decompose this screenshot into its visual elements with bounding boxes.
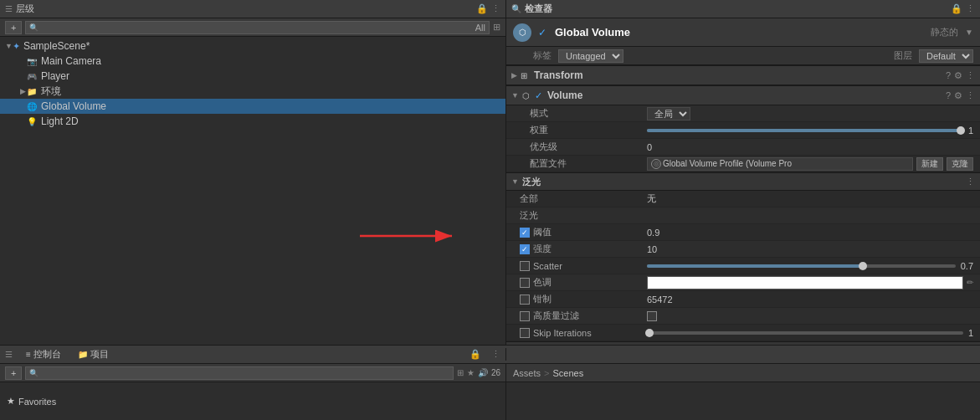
transform-actions: ? ⚙ ⋮ (946, 70, 975, 81)
add-button[interactable]: + (5, 21, 22, 34)
inspector-tab-icon: 🔍 (511, 4, 521, 13)
clamp-row: 钳制 65472 (506, 291, 980, 308)
tree-item-player[interactable]: ▶ 🎮 Player (0, 69, 505, 84)
assets-filter3[interactable]: 🔊 (478, 368, 488, 377)
hierarchy-title: 层级 (16, 3, 34, 15)
tint-edit-icon[interactable]: ✏ (967, 278, 973, 287)
skip-iterations-slider-container: 1 (647, 328, 973, 338)
profile-label: 配置文件 (513, 157, 647, 170)
assets-filter2[interactable]: ★ (467, 368, 475, 377)
assets-filter1[interactable]: ⊞ (457, 368, 464, 377)
profile-row: 配置文件 ◎ Global Volume Profile (Volume Pro… (506, 156, 980, 172)
volume-comp-expand[interactable]: ▼ (511, 91, 519, 100)
intensity-checkbox[interactable]: ✓ (520, 244, 530, 254)
volume-more[interactable]: ⋮ (966, 90, 975, 101)
mode-dropdown[interactable]: 全局 (647, 107, 690, 120)
tree-item-main-camera[interactable]: ▶ 📷 Main Camera (0, 54, 505, 69)
skip-iterations-value: 1 (968, 328, 973, 338)
layers-icon: ☰ (5, 4, 13, 13)
transform-help[interactable]: ? (946, 70, 951, 81)
bloom-expand[interactable]: ▼ (511, 177, 519, 186)
skip-iterations-slider-thumb (645, 329, 654, 337)
weight-slider-thumb (957, 126, 965, 135)
breadcrumb-assets[interactable]: Assets (513, 368, 541, 378)
breadcrumb-bar: Assets > Scenes (506, 364, 980, 382)
bottom-lock-icon[interactable]: 🔒 (469, 349, 481, 360)
tint-color-swatch[interactable] (647, 276, 963, 289)
bottom-left-tabs: ☰ ≡ 控制台 📁 项目 🔒 ⋮ (0, 348, 506, 361)
volume-settings[interactable]: ⚙ (954, 90, 962, 101)
priority-value: 0 (647, 142, 973, 152)
breadcrumb-scenes[interactable]: Scenes (552, 368, 583, 378)
transform-title: Transform (534, 69, 942, 81)
assets-right-panel: Assets > Scenes (506, 364, 980, 420)
transform-component-header: ▶ ⊞ Transform ? ⚙ ⋮ (506, 65, 980, 85)
transform-settings[interactable]: ⚙ (954, 70, 962, 81)
skip-iterations-label: Skip Iterations (533, 328, 592, 338)
transform-more[interactable]: ⋮ (966, 70, 975, 81)
env-expand[interactable]: ▶ (20, 87, 26, 95)
static-dropdown-icon[interactable]: ▼ (965, 28, 973, 37)
assets-add-button[interactable]: + (5, 366, 22, 380)
weight-slider-container: 1 (647, 125, 973, 136)
volume-component-header: ▼ ⬡ ✓ Volume ? ⚙ ⋮ (506, 85, 980, 105)
scatter-checkbox[interactable] (520, 261, 530, 271)
tint-row: 色调 ✏ (506, 274, 980, 291)
hq-filter-checkbox[interactable] (520, 311, 530, 321)
tree-item-environment[interactable]: ▶ 📁 环境 (0, 84, 505, 99)
tint-value: ✏ (647, 276, 973, 289)
breadcrumb-sep: > (544, 368, 549, 378)
tint-checkbox[interactable] (520, 278, 530, 288)
lock-icon[interactable]: 🔒 (476, 3, 488, 14)
skip-iterations-slider[interactable] (647, 331, 963, 335)
inspector-more-icon[interactable]: ⋮ (966, 3, 975, 14)
scatter-slider[interactable] (647, 264, 956, 268)
clamp-value: 65472 (647, 295, 973, 305)
profile-text: Global Volume Profile (Volume Pro (663, 159, 792, 168)
scene-root[interactable]: ▼ ✦ Global Volume SampleScene* (0, 38, 505, 54)
light-label: Light 2D (41, 115, 79, 127)
hq-filter-inner-checkbox[interactable] (647, 311, 657, 321)
hierarchy-content: ▼ ✦ Global Volume SampleScene* ▶ 📷 Main … (0, 37, 505, 345)
tint-label: 色调 (533, 276, 552, 289)
console-tab[interactable]: ≡ 控制台 (23, 348, 64, 361)
bloom-all-value: 无 (647, 192, 973, 205)
skip-iterations-checkbox[interactable] (520, 328, 530, 338)
scene-expand[interactable]: ▼ (5, 42, 13, 50)
tag-dropdown[interactable]: Untagged (558, 49, 623, 63)
tag-label: 标签 (533, 49, 552, 62)
tree-item-global-volume[interactable]: ▶ 🌐 Global Volume (0, 99, 505, 114)
more-icon[interactable]: ⋮ (491, 3, 500, 14)
intensity-label: 强度 (533, 243, 552, 255)
hierarchy-toolbar: + 🔍 All ⊞ (0, 18, 505, 37)
priority-label: 优先级 (513, 141, 647, 153)
red-arrow-indicator (360, 224, 469, 248)
project-tab[interactable]: 📁 项目 (74, 348, 112, 361)
inspector-lock-icon[interactable]: 🔒 (951, 3, 962, 14)
bottom-more-icon[interactable]: ⋮ (491, 349, 500, 360)
light-icon: 💡 (26, 115, 38, 127)
bottom-tab-icon: ☰ (5, 350, 13, 359)
weight-row: 权重 1 (506, 122, 980, 139)
tree-item-light2d[interactable]: ▶ 💡 Light 2D (0, 114, 505, 129)
new-profile-btn[interactable]: 新建 (916, 157, 943, 171)
profile-field[interactable]: ◎ Global Volume Profile (Volume Pro (647, 157, 913, 171)
clamp-checkbox[interactable] (520, 295, 530, 305)
volume-enable-check[interactable]: ✓ (535, 90, 542, 101)
scatter-slider-fill (647, 264, 863, 268)
hq-filter-label: 高质量过滤 (533, 310, 579, 322)
layer-dropdown[interactable]: Default (919, 49, 973, 63)
inspector-panel: 🔍 检查器 🔒 ⋮ ⬡ ✓ Global Volume 静态的 ▼ 标签 Unt… (506, 0, 980, 345)
camera-label: Main Camera (41, 55, 101, 67)
inspector-body: ▶ ⊞ Transform ? ⚙ ⋮ ▼ ⬡ ✓ Volume ? ⚙ ⋮ (506, 65, 980, 345)
object-name[interactable]: Global Volume (555, 26, 924, 38)
bloom-more[interactable]: ⋮ (966, 177, 975, 187)
search-input[interactable] (42, 23, 471, 33)
threshold-checkbox[interactable]: ✓ (520, 228, 530, 238)
clone-profile-btn[interactable]: 克隆 (947, 157, 973, 171)
filter-icon[interactable]: ⊞ (493, 22, 500, 33)
volume-help[interactable]: ? (946, 90, 951, 101)
weight-slider[interactable] (647, 129, 963, 132)
enable-checkbox[interactable]: ✓ (538, 27, 546, 38)
transform-expand[interactable]: ▶ (511, 71, 517, 79)
